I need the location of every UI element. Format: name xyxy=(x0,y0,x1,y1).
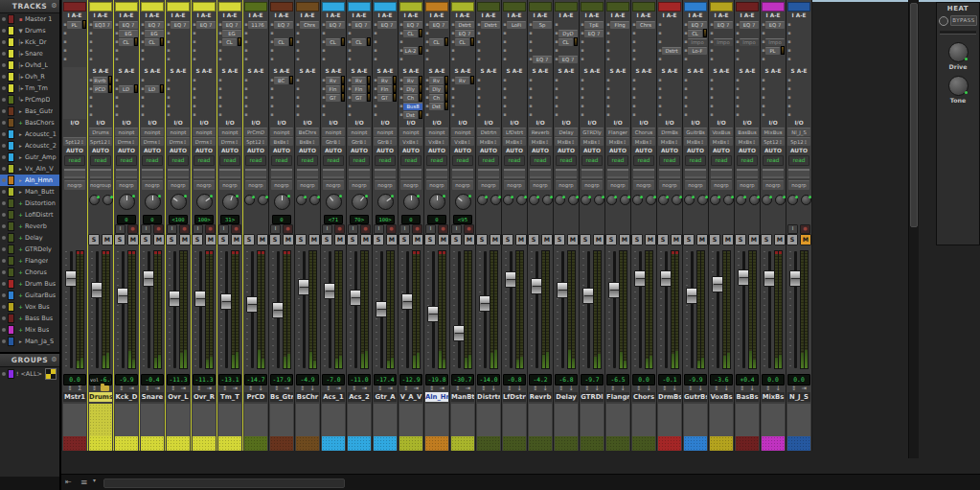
group-assignment-button[interactable]: nogrp xyxy=(530,180,551,190)
mute-button[interactable]: M xyxy=(567,234,579,245)
track-name[interactable]: Delay xyxy=(555,392,578,402)
input-selector[interactable]: noinpt xyxy=(374,128,397,136)
pan-knob[interactable] xyxy=(145,194,161,210)
clip-indicator[interactable] xyxy=(675,251,678,254)
input-selector[interactable]: Delay xyxy=(555,128,578,136)
nudge-arrows-icon[interactable]: ⇕ xyxy=(507,385,512,391)
solo-button[interactable]: S xyxy=(243,234,255,245)
sidebar-item-man-ja-s[interactable]: ▸Man_Ja_S xyxy=(0,336,59,347)
automation-mode-button[interactable]: read xyxy=(633,155,654,166)
pan-knob-right[interactable] xyxy=(516,195,527,205)
track-name[interactable]: N_J_S xyxy=(787,392,810,402)
comments-area[interactable] xyxy=(710,404,733,436)
track-name[interactable]: Chors xyxy=(632,392,655,402)
input-selector[interactable]: noinpt xyxy=(399,128,422,136)
insert-assignment-button[interactable]: CL xyxy=(119,38,133,46)
input-selector[interactable]: BsChrs xyxy=(296,128,319,136)
pan-knob-left[interactable] xyxy=(529,195,539,205)
input-selector[interactable]: noinpt xyxy=(193,128,216,136)
automation-mode-button[interactable]: read xyxy=(400,155,422,166)
clip-indicator[interactable] xyxy=(417,251,420,254)
mute-button[interactable]: M xyxy=(645,234,656,245)
insert-assignment-button[interactable]: CL xyxy=(326,38,340,46)
output-selector[interactable]: MxBs↕ xyxy=(606,137,629,146)
send-assignment-button[interactable]: Rvrb xyxy=(93,77,107,84)
insert-assignment-button[interactable]: CL xyxy=(274,38,288,46)
track-name[interactable]: Acs_2 xyxy=(348,392,371,402)
track-visibility-dot[interactable] xyxy=(2,29,6,33)
mute-button[interactable]: M xyxy=(748,234,760,245)
automation-mode-button[interactable]: read xyxy=(478,155,499,166)
nudge-arrows-icon[interactable]: ⇕ xyxy=(222,385,227,391)
pan-knob[interactable] xyxy=(119,194,135,210)
output-selector[interactable]: MxBs↕ xyxy=(581,137,604,146)
heat-power-icon[interactable] xyxy=(939,16,948,26)
input-selector[interactable]: noinpt xyxy=(451,128,474,136)
pan-value-display[interactable]: 0 xyxy=(272,215,291,224)
track-visibility-dot[interactable] xyxy=(2,213,6,217)
track-name[interactable]: PrCD xyxy=(244,392,267,402)
vertical-scrollbar-thumb[interactable] xyxy=(910,3,918,227)
sidebar-item-acoustc-1[interactable]: ▸Acoustc_1 xyxy=(0,128,59,140)
clip-indicator[interactable] xyxy=(210,251,213,254)
send-assignment-button[interactable]: Rv xyxy=(403,77,418,84)
nudge-arrows-icon[interactable]: ⇕ xyxy=(455,385,460,391)
send-assignment-button[interactable]: LD xyxy=(145,85,159,93)
pan-knob-right[interactable] xyxy=(542,195,553,205)
solo-button[interactable]: S xyxy=(269,234,281,245)
pan-knob-left[interactable] xyxy=(632,195,643,205)
pan-value-display[interactable]: 100> xyxy=(194,215,214,224)
pan-knob[interactable] xyxy=(429,194,445,210)
mute-button[interactable]: M xyxy=(283,234,294,245)
comments-area[interactable] xyxy=(322,404,345,436)
pan-value-display[interactable]: 0 xyxy=(117,215,136,224)
automation-mode-button[interactable]: read xyxy=(168,155,189,166)
pan-knob-right[interactable] xyxy=(568,195,579,205)
pan-value-display[interactable]: 100> xyxy=(376,215,395,224)
pan-knob-left[interactable] xyxy=(736,195,746,205)
output-selector[interactable]: Sprt12↕ xyxy=(89,137,112,146)
nudge-arrows-icon[interactable]: ⇕ xyxy=(636,385,641,391)
sidebar-item-bas-gutr[interactable]: ▸Bas_Gutr xyxy=(0,105,59,117)
track-visibility-dot[interactable] xyxy=(2,293,6,297)
automation-mode-button[interactable]: read xyxy=(297,155,318,166)
comments-area[interactable] xyxy=(399,404,422,436)
solo-button[interactable]: S xyxy=(502,234,513,245)
sidebar-item-chorus[interactable]: +Chorus xyxy=(0,267,59,278)
automation-mode-button[interactable]: read xyxy=(788,155,809,166)
pan-value-display[interactable]: 31> xyxy=(220,215,239,224)
input-selector[interactable]: MixBus xyxy=(762,128,785,136)
nudge-arrows-icon[interactable]: ⇕ xyxy=(610,385,615,391)
pan-value-display[interactable]: 0 xyxy=(401,215,421,224)
record-enable-button[interactable]: ● xyxy=(360,224,371,234)
pan-knob-right[interactable] xyxy=(646,195,656,205)
insert-assignment-button[interactable]: CL xyxy=(403,30,418,37)
pan-knob[interactable] xyxy=(171,194,187,210)
track-name[interactable]: Gtr_A xyxy=(374,392,397,402)
solo-button[interactable]: S xyxy=(373,234,384,245)
mute-button[interactable]: M xyxy=(619,234,630,245)
insert-assignment-button[interactable]: Lo-F xyxy=(688,47,707,55)
output-selector[interactable]: MxBs↕ xyxy=(529,137,552,146)
comments-area[interactable] xyxy=(270,404,293,436)
send-assignment-button[interactable]: Fln xyxy=(377,85,392,93)
nudge-arrows-icon[interactable]: ⇕ xyxy=(714,385,718,391)
pan-value-display[interactable]: 70> xyxy=(350,215,369,224)
mute-button[interactable]: M xyxy=(774,234,786,245)
insert-assignment-button[interactable]: EQ 7 xyxy=(714,21,733,29)
comments-area[interactable] xyxy=(555,404,578,436)
group-assignment-button[interactable]: nogrp xyxy=(271,180,292,190)
solo-button[interactable]: S xyxy=(683,234,695,245)
track-visibility-dot[interactable] xyxy=(2,259,6,263)
track-visibility-dot[interactable] xyxy=(2,121,6,125)
insert-assignment-button[interactable]: EQ 7 xyxy=(274,21,293,29)
record-enable-button[interactable]: ● xyxy=(438,224,448,234)
insert-assignment-button[interactable]: EQ 7 xyxy=(171,21,190,29)
mute-button[interactable]: M xyxy=(334,234,346,245)
nudge-arrows-icon[interactable]: ⇕ xyxy=(533,385,537,391)
sidebar-item-guitarbus[interactable]: +GuitarBus xyxy=(0,290,59,301)
record-enable-button[interactable]: ● xyxy=(205,224,216,234)
input-selector[interactable]: noinpt xyxy=(141,128,164,136)
insert-assignment-button[interactable]: EQ 7 xyxy=(377,21,397,29)
nudge-arrows-icon[interactable]: ⇕ xyxy=(300,385,305,391)
